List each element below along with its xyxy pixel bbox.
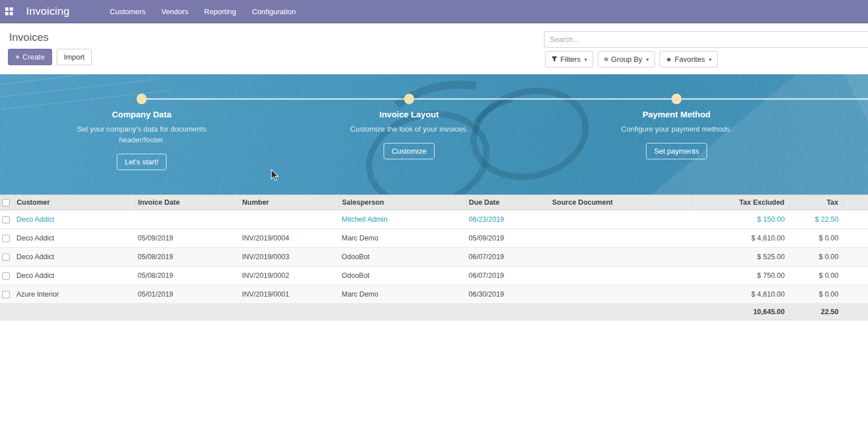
set-payments-button[interactable]: Set payments: [646, 143, 707, 159]
filters-button-label: Filters: [560, 55, 580, 64]
col-header-source-document[interactable]: Source Document: [550, 195, 692, 210]
col-header-filler: [843, 195, 868, 210]
cell-invoice-date[interactable]: 05/08/2019: [135, 248, 240, 267]
cell-number[interactable]: INV/2019/0001: [240, 285, 339, 304]
cell-source-document[interactable]: [550, 267, 692, 285]
cell-invoice-date[interactable]: 05/08/2019: [135, 267, 240, 285]
onboarding-progress-line: [142, 98, 868, 100]
apps-menu-icon[interactable]: [5, 7, 13, 15]
chevron-down-icon: ▾: [584, 57, 587, 62]
import-button-label: Import: [64, 53, 85, 61]
group-by-button[interactable]: ≡ Group By ▾: [598, 51, 655, 67]
table-body: Deco Addict Mitchell Admin 06/23/2019 $ …: [0, 210, 868, 304]
col-header-customer[interactable]: Customer: [14, 195, 135, 210]
col-header-tax[interactable]: Tax: [789, 195, 843, 210]
cell-invoice-date[interactable]: [135, 210, 240, 229]
col-header-salesperson[interactable]: Salesperson: [339, 195, 466, 210]
nav-item-reporting[interactable]: Reporting: [196, 0, 244, 23]
cell-salesperson[interactable]: OdooBot: [339, 267, 466, 285]
customize-button[interactable]: Customize: [384, 143, 434, 159]
cell-source-document[interactable]: [550, 210, 692, 229]
table-row[interactable]: Deco Addict 05/08/2019 INV/2019/0002 Odo…: [0, 267, 868, 285]
cell-number[interactable]: INV/2019/0004: [240, 229, 339, 248]
step-description: Set your company's data for documents he…: [68, 124, 215, 146]
cell-source-document[interactable]: [550, 285, 692, 304]
mouse-cursor: [271, 169, 280, 181]
cell-tax-excluded[interactable]: $ 4,610.00: [692, 285, 789, 304]
cell-customer[interactable]: Azure Interior: [14, 285, 135, 304]
table-row[interactable]: Deco Addict Mitchell Admin 06/23/2019 $ …: [0, 210, 868, 229]
invoice-list-table: Customer Invoice Date Number Salesperson…: [0, 195, 868, 320]
onboarding-step-company-data: Company Data Set your company's data for…: [8, 109, 275, 170]
cell-number[interactable]: INV/2019/0002: [240, 267, 339, 285]
cell-invoice-date[interactable]: 05/01/2019: [135, 285, 240, 304]
cell-invoice-date[interactable]: 05/09/2019: [135, 229, 240, 248]
cell-due-date[interactable]: 06/23/2019: [466, 210, 550, 229]
table-row[interactable]: Deco Addict 05/08/2019 INV/2019/0003 Odo…: [0, 248, 868, 267]
row-checkbox[interactable]: [2, 216, 10, 223]
app-name[interactable]: Invoicing: [26, 5, 70, 18]
plus-icon: +: [15, 53, 20, 61]
cell-tax-excluded[interactable]: $ 150.00: [692, 210, 789, 229]
cell-tax-excluded[interactable]: $ 525.00: [692, 248, 789, 267]
cell-due-date[interactable]: 05/09/2019: [466, 229, 550, 248]
cell-customer[interactable]: Deco Addict: [14, 210, 135, 229]
control-panel: Invoices + Create Import Filters ▾ ≡ Gro…: [0, 23, 868, 74]
cell-source-document[interactable]: [550, 229, 692, 248]
cell-salesperson[interactable]: OdooBot: [339, 248, 466, 267]
step-description: Configure your payment methods.: [603, 124, 750, 135]
onboarding-step-payment-method: Payment Method Configure your payment me…: [543, 109, 810, 170]
cell-source-document[interactable]: [550, 248, 692, 267]
cell-due-date[interactable]: 06/07/2019: [466, 248, 550, 267]
filter-icon: [551, 56, 558, 62]
search-input[interactable]: [544, 31, 868, 48]
cell-customer[interactable]: Deco Addict: [14, 248, 135, 267]
col-header-number[interactable]: Number: [240, 195, 339, 210]
table-header: Customer Invoice Date Number Salesperson…: [0, 195, 868, 210]
table-row[interactable]: Deco Addict 05/09/2019 INV/2019/0004 Mar…: [0, 229, 868, 248]
group-by-button-label: Group By: [611, 55, 643, 64]
step-dot-invoice-layout: [404, 94, 414, 104]
cell-tax-excluded[interactable]: $ 4,610.00: [692, 229, 789, 248]
cell-due-date[interactable]: 06/07/2019: [466, 267, 550, 285]
cell-customer[interactable]: Deco Addict: [14, 229, 135, 248]
cell-customer[interactable]: Deco Addict: [14, 267, 135, 285]
row-checkbox[interactable]: [2, 235, 10, 242]
row-checkbox[interactable]: [2, 291, 10, 298]
cell-tax[interactable]: $ 0.00: [789, 248, 843, 267]
onboarding-banner: Company Data Set your company's data for…: [0, 74, 868, 195]
cell-tax-excluded[interactable]: $ 750.00: [692, 267, 789, 285]
nav-item-vendors[interactable]: Vendors: [154, 0, 197, 23]
cell-salesperson[interactable]: Marc Demo: [339, 229, 466, 248]
cell-tax[interactable]: $ 0.00: [789, 285, 843, 304]
search-filter-buttons: Filters ▾ ≡ Group By ▾ ★ Favorites ▾: [545, 51, 718, 67]
cell-tax[interactable]: $ 0.00: [789, 229, 843, 248]
nav-item-customers[interactable]: Customers: [102, 0, 154, 23]
cell-number[interactable]: INV/2019/0003: [240, 248, 339, 267]
create-button[interactable]: + Create: [8, 49, 52, 65]
total-tax: 22.50: [789, 304, 843, 320]
col-header-tax-excluded[interactable]: Tax Excluded: [692, 195, 789, 210]
onboarding-steps: Company Data Set your company's data for…: [8, 109, 810, 170]
cell-due-date[interactable]: 06/30/2019: [466, 285, 550, 304]
cell-tax[interactable]: $ 22.50: [789, 210, 843, 229]
step-description: Customize the look of your invoices.: [335, 124, 483, 135]
favorites-button[interactable]: ★ Favorites ▾: [659, 51, 718, 67]
create-button-label: Create: [23, 53, 45, 61]
cell-salesperson[interactable]: Mitchell Admin: [339, 210, 466, 229]
cell-tax[interactable]: $ 0.00: [789, 267, 843, 285]
cell-salesperson[interactable]: Marc Demo: [339, 285, 466, 304]
col-header-due-date[interactable]: Due Date: [466, 195, 550, 210]
col-header-invoice-date[interactable]: Invoice Date: [135, 195, 240, 210]
nav-item-configuration[interactable]: Configuration: [244, 0, 304, 23]
filters-button[interactable]: Filters ▾: [545, 51, 593, 67]
import-button[interactable]: Import: [57, 49, 92, 65]
cell-number[interactable]: [240, 210, 339, 229]
table-row[interactable]: Azure Interior 05/01/2019 INV/2019/0001 …: [0, 285, 868, 304]
row-checkbox[interactable]: [2, 253, 10, 261]
select-all-checkbox[interactable]: [2, 199, 10, 206]
main-menu: Customers Vendors Reporting Configuratio…: [102, 0, 304, 23]
step-title: Company Data: [8, 109, 275, 119]
lets-start-button[interactable]: Let's start!: [117, 154, 167, 170]
row-checkbox[interactable]: [2, 272, 10, 280]
